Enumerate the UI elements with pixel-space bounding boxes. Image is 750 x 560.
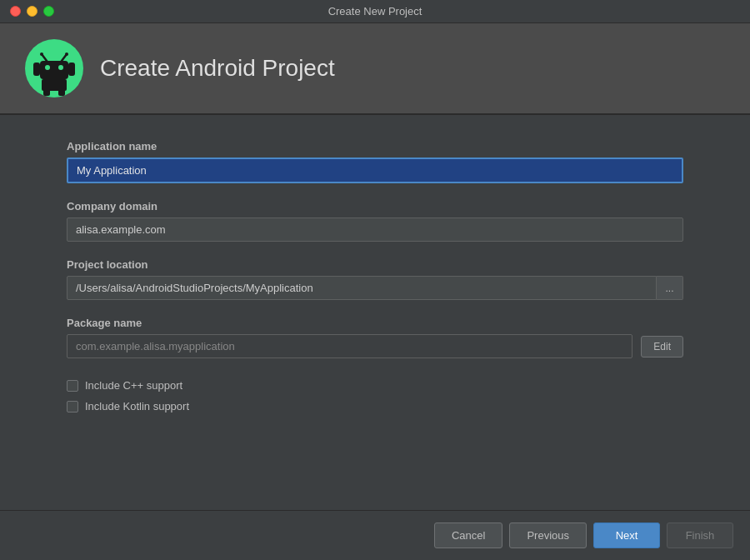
include-kotlin-label: Include Kotlin support	[85, 400, 189, 412]
include-cpp-checkbox[interactable]	[67, 380, 78, 392]
edit-package-button[interactable]: Edit	[641, 336, 683, 358]
include-kotlin-item[interactable]: Include Kotlin support	[67, 400, 683, 412]
app-name-input[interactable]	[67, 158, 683, 183]
window-title: Create New Project	[328, 5, 422, 18]
maximize-button[interactable]	[43, 6, 54, 17]
svg-point-2	[45, 65, 50, 70]
company-domain-label: Company domain	[67, 200, 683, 212]
include-cpp-item[interactable]: Include C++ support	[67, 379, 683, 392]
browse-button[interactable]: ...	[657, 276, 683, 300]
project-location-input[interactable]	[67, 276, 657, 300]
cancel-button[interactable]: Cancel	[434, 522, 502, 548]
svg-rect-9	[33, 62, 40, 76]
svg-point-5	[40, 52, 43, 56]
svg-rect-10	[68, 62, 75, 76]
dialog-footer: Cancel Previous Next Finish	[0, 510, 750, 560]
svg-point-7	[65, 52, 68, 56]
svg-rect-12	[58, 89, 65, 96]
svg-rect-8	[42, 79, 67, 91]
project-location-label: Project location	[67, 258, 683, 271]
options-group: Include C++ support Include Kotlin suppo…	[67, 379, 683, 412]
include-kotlin-checkbox[interactable]	[67, 401, 78, 412]
svg-point-3	[58, 65, 63, 70]
svg-rect-11	[43, 89, 50, 96]
close-button[interactable]	[10, 6, 21, 17]
package-row: com.example.alisa.myapplication Edit	[67, 334, 683, 358]
app-name-label: Application name	[67, 140, 683, 152]
android-logo	[25, 39, 83, 98]
dialog-header: Create Android Project	[0, 23, 750, 115]
package-name-value: com.example.alisa.myapplication	[67, 334, 632, 358]
location-row: ...	[67, 276, 683, 300]
form-content: Application name Company domain Project …	[0, 115, 750, 446]
dialog-title: Create Android Project	[100, 55, 335, 82]
package-name-group: Package name com.example.alisa.myapplica…	[67, 317, 683, 358]
app-name-group: Application name	[67, 140, 683, 183]
include-cpp-label: Include C++ support	[85, 379, 182, 392]
project-location-group: Project location ...	[67, 258, 683, 300]
svg-rect-1	[40, 61, 68, 79]
next-button[interactable]: Next	[593, 522, 660, 548]
title-bar: Create New Project	[0, 0, 750, 23]
company-domain-input[interactable]	[67, 218, 683, 242]
company-domain-group: Company domain	[67, 200, 683, 242]
window-controls[interactable]	[10, 6, 54, 17]
finish-button[interactable]: Finish	[667, 522, 733, 548]
package-name-label: Package name	[67, 317, 683, 329]
minimize-button[interactable]	[27, 6, 38, 17]
previous-button[interactable]: Previous	[509, 522, 587, 548]
